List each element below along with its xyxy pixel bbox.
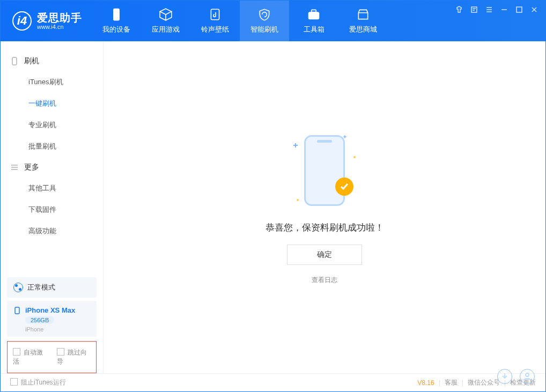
block-itunes-checkbox[interactable]: 阻止iTunes运行: [10, 378, 66, 387]
logo-icon: i4: [12, 11, 32, 31]
confirm-button[interactable]: 确定: [287, 245, 362, 265]
version-label: V8.16: [417, 379, 434, 387]
minimize-icon[interactable]: [500, 6, 508, 13]
nav-label: 铃声壁纸: [201, 25, 229, 34]
checkbox-icon: [10, 378, 18, 386]
sidebar-item-batch-flash[interactable]: 批量刷机: [1, 136, 103, 157]
success-message: 恭喜您，保资料刷机成功啦！: [265, 221, 384, 234]
view-log-link[interactable]: 查看日志: [312, 276, 337, 285]
device-mode-box[interactable]: 正常模式: [7, 277, 97, 298]
sidebar-group-flash: 刷机: [1, 51, 103, 71]
nav-flash[interactable]: 智能刷机: [240, 1, 289, 41]
device-info-box[interactable]: iPhone XS Max 256GB iPhone: [7, 301, 97, 337]
store-icon: [356, 8, 370, 21]
sidebar-item-itunes-flash[interactable]: iTunes刷机: [1, 71, 103, 93]
sparkle-icon: [293, 143, 298, 147]
phone-icon: [304, 135, 345, 206]
mode-label: 正常模式: [27, 283, 55, 292]
app-body: 刷机 iTunes刷机 一键刷机 专业刷机 批量刷机 更多 其他工具 下载固件 …: [1, 41, 545, 373]
separator: |: [462, 379, 463, 387]
checkbox-label: 阻止iTunes运行: [21, 379, 66, 386]
maximize-icon[interactable]: [515, 6, 523, 13]
group-title-label: 刷机: [24, 56, 39, 66]
main-content: 恭喜您，保资料刷机成功啦！ 确定 查看日志: [104, 41, 545, 373]
device-type: iPhone: [25, 326, 43, 332]
app-name: 爱思助手: [37, 12, 82, 24]
nav-label: 工具箱: [304, 25, 324, 34]
menu-icon[interactable]: [485, 6, 493, 13]
refresh-shield-icon: [257, 8, 271, 21]
list-icon: [10, 163, 19, 172]
nav-store[interactable]: 爱思商城: [338, 1, 388, 41]
sparkle-icon: [343, 135, 346, 138]
sidebar-item-oneclick-flash[interactable]: 一键刷机: [1, 93, 103, 114]
device-capacity: 256GB: [25, 316, 54, 324]
nav-label: 爱思商城: [349, 25, 377, 34]
music-file-icon: [208, 8, 222, 21]
nav-my-device[interactable]: 我的设备: [92, 1, 141, 41]
toolbox-icon: [307, 8, 321, 21]
svg-rect-8: [15, 307, 19, 314]
skin-icon[interactable]: [455, 6, 463, 13]
sidebar-item-other-tools[interactable]: 其他工具: [1, 177, 103, 199]
device-name: iPhone XS Max: [25, 306, 75, 314]
footer-link-support[interactable]: 客服: [445, 378, 458, 387]
phone-icon: [10, 57, 19, 65]
separator: |: [439, 379, 440, 387]
skip-guide-checkbox[interactable]: 跳过向导: [57, 348, 91, 366]
highlighted-options-box: 自动激活 跳过向导: [7, 341, 97, 373]
nav-ringtones[interactable]: 铃声壁纸: [190, 1, 240, 41]
device-icon: [109, 8, 123, 21]
sidebar-item-download-firmware[interactable]: 下载固件: [1, 199, 103, 220]
svg-rect-2: [308, 12, 319, 19]
dot-icon: [353, 156, 356, 158]
app-url: www.i4.cn: [37, 24, 82, 30]
status-bar: 阻止iTunes运行 V8.16 | 客服 | 微信公众号 | 检查更新: [1, 373, 545, 391]
window-controls: [455, 6, 538, 13]
sidebar: 刷机 iTunes刷机 一键刷机 专业刷机 批量刷机 更多 其他工具 下载固件 …: [1, 41, 104, 373]
logo-text: 爱思助手 www.i4.cn: [37, 12, 82, 30]
nav-apps[interactable]: 应用游戏: [141, 1, 190, 41]
sidebar-item-pro-flash[interactable]: 专业刷机: [1, 114, 103, 136]
note-icon[interactable]: [470, 6, 478, 13]
sidebar-bottom: 正常模式 iPhone XS Max 256GB iPhone 自动激活 跳过向…: [1, 274, 103, 373]
svg-rect-5: [517, 7, 522, 12]
group-title-label: 更多: [24, 162, 39, 172]
checkbox-icon: [57, 348, 64, 356]
dot-icon: [297, 199, 299, 201]
app-header: i4 爱思助手 www.i4.cn 我的设备 应用游戏 铃声壁纸 智能刷机 工具…: [1, 1, 545, 41]
check-badge-icon: [335, 177, 353, 196]
sidebar-group-more: 更多: [1, 157, 103, 177]
svg-rect-7: [12, 57, 17, 65]
app-logo: i4 爱思助手 www.i4.cn: [1, 11, 92, 31]
top-nav: 我的设备 应用游戏 铃声壁纸 智能刷机 工具箱 爱思商城: [92, 1, 388, 41]
nav-toolbox[interactable]: 工具箱: [289, 1, 338, 41]
sidebar-item-advanced[interactable]: 高级功能: [1, 220, 103, 242]
mode-icon: [13, 283, 23, 292]
success-illustration: [292, 130, 357, 211]
nav-label: 应用游戏: [152, 25, 180, 34]
svg-point-6: [526, 373, 529, 376]
cube-icon: [159, 8, 173, 21]
phone-icon: [13, 307, 21, 314]
auto-activate-checkbox[interactable]: 自动激活: [13, 348, 47, 366]
svg-rect-1: [211, 9, 219, 20]
svg-rect-3: [312, 10, 316, 12]
svg-rect-4: [471, 7, 477, 12]
close-icon[interactable]: [530, 6, 538, 13]
footer-link-wechat[interactable]: 微信公众号: [468, 378, 500, 387]
checkbox-icon: [13, 348, 20, 356]
nav-label: 我的设备: [102, 25, 130, 34]
nav-label: 智能刷机: [250, 25, 278, 34]
svg-rect-0: [114, 9, 120, 20]
